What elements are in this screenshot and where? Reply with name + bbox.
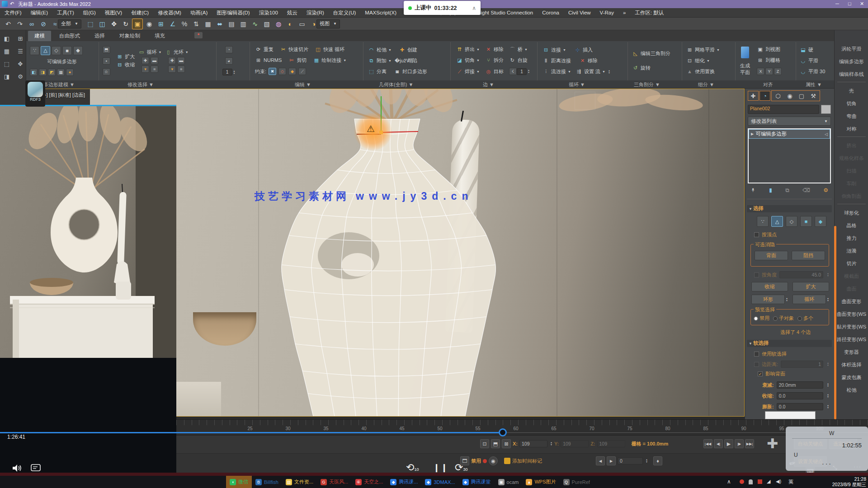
mirror-icon[interactable]: ⬌	[214, 19, 225, 29]
eye-icon[interactable]: ◉	[489, 456, 498, 465]
angle-snap-icon[interactable]: ∠	[167, 19, 178, 29]
pause-icon[interactable]: ❙❙	[433, 463, 448, 473]
by-vertex-checkbox[interactable]	[754, 232, 759, 237]
soft-selection-rollout-header[interactable]: ▼软选择	[747, 340, 832, 347]
configure-icon[interactable]: ⚙	[823, 187, 828, 193]
edge-mode-icon[interactable]: △	[41, 46, 50, 55]
frame-field[interactable]: 0	[618, 457, 643, 465]
loop-shrink-icon[interactable]: ▬	[151, 57, 158, 64]
preview-multi-radio[interactable]: 多个	[797, 315, 813, 322]
ribbon-tab[interactable]: 自由形式	[53, 31, 86, 41]
stack-row-editable-poly[interactable]: ▶可编辑多边形 ◁	[749, 130, 830, 138]
align-y-button[interactable]: Y	[765, 68, 773, 75]
menu-item[interactable]: 工作区: 默认	[630, 9, 668, 17]
unlink-icon[interactable]: ⊘	[38, 19, 49, 29]
sel-store-icon[interactable]: ◕	[225, 57, 233, 65]
selection-lock-icon[interactable]: ⬒	[491, 439, 500, 448]
reference-coordinate-dropdown[interactable]: 视图▼	[316, 19, 340, 28]
poly-tool-icon[interactable]: ●	[66, 69, 74, 76]
menu-item[interactable]: 视图(V)	[100, 9, 127, 17]
modifier-list-dropdown[interactable]: 修改器列表▼	[748, 117, 831, 126]
caption-edges[interactable]: 边 ▼	[483, 81, 494, 88]
constraint-edge-icon[interactable]: ◇	[278, 68, 286, 75]
pin-stack-icon[interactable]: ⬒	[103, 46, 110, 53]
taskbar-explorer[interactable]: ▤ 文件资...	[282, 476, 317, 488]
object-color-swatch[interactable]	[821, 105, 831, 114]
menu-item[interactable]: »	[618, 9, 630, 16]
loop-button[interactable]: 循环	[793, 295, 826, 304]
edge-subobject-icon[interactable]: △	[771, 216, 783, 227]
show-end-result-icon[interactable]: ▮	[769, 187, 772, 193]
tray-mic-icon[interactable]	[749, 479, 753, 484]
element-subobject-icon[interactable]: ◆	[815, 216, 826, 227]
pan-icon[interactable]: ✥	[15, 58, 26, 69]
class-timer-pill[interactable]: 上课中 01:33:22 ∧	[404, 1, 481, 15]
modifier-strip-item[interactable]: 壳	[835, 85, 868, 97]
plane-icon[interactable]	[741, 47, 749, 58]
scene-explorer-icon[interactable]: ◧	[1, 33, 12, 44]
preview-subobj-radio[interactable]: 子对象	[773, 315, 794, 322]
go-to-end-icon[interactable]: ▶▶|	[745, 439, 754, 448]
poly-tool-icon[interactable]: ◧	[30, 69, 38, 76]
player-progress-knob[interactable]	[499, 428, 507, 436]
caption-geometry[interactable]: 几何体(全部) ▼	[379, 81, 413, 88]
ring-button[interactable]: 环形	[751, 295, 785, 304]
menu-item[interactable]: 渲染(R)	[302, 9, 329, 17]
select-move-icon[interactable]: ✥	[108, 19, 119, 29]
taskbar-tencent1[interactable]: ◆ 腾讯课...	[387, 476, 421, 488]
maximize-button[interactable]: □	[848, 1, 851, 6]
ring-grow-icon[interactable]: ✚	[168, 57, 176, 64]
menu-item[interactable]: 动画(A)	[186, 9, 212, 17]
settings-icon[interactable]: ⚙	[15, 71, 26, 82]
loop-list-icon[interactable]: ≡	[151, 66, 158, 73]
modifier-strip-item[interactable]: 车削	[835, 178, 868, 189]
viewcube[interactable]	[575, 92, 595, 110]
vertex-mode-icon[interactable]: ∵	[30, 46, 39, 55]
taskbar-app2[interactable]: ⑥ 天空之...	[352, 476, 387, 488]
modifier-strip-item[interactable]: 弯曲	[835, 110, 868, 122]
modifier-strip-item[interactable]: 规格化样条	[835, 152, 868, 164]
grow-button[interactable]: 扩大	[793, 282, 829, 291]
modifier-strip-item[interactable]: 切角	[835, 98, 868, 109]
menu-item[interactable]: MAXScript(X)	[360, 9, 401, 16]
viewport-label[interactable]: [+] [前] [标准] [边面]	[42, 92, 85, 99]
make-unique-icon[interactable]: ⧉	[785, 187, 789, 193]
menu-item[interactable]: 组(G)	[79, 9, 100, 17]
ring-list-icon[interactable]: ≡	[177, 66, 185, 73]
strip-scrollbar[interactable]	[834, 226, 836, 419]
remove-modifier-icon[interactable]: ⌫	[802, 187, 810, 193]
occlude-button[interactable]: 阻挡	[792, 251, 825, 260]
speaker-icon[interactable]: ◀)	[776, 479, 781, 484]
go-to-start-icon[interactable]: |◀◀	[703, 439, 712, 448]
back-arrow-icon[interactable]: ↶	[10, 1, 14, 7]
poly-tool-icon[interactable]: ◨	[39, 69, 47, 76]
weld-cursor-icon[interactable]: ☇	[509, 68, 517, 75]
snap-toggle-icon[interactable]: ⊞	[156, 19, 166, 29]
clock[interactable]: 21:28 2023/8/9 星期三	[809, 476, 866, 487]
layer-manager-icon[interactable]: ▥	[238, 19, 249, 29]
ring-mode-icon[interactable]: ▾	[168, 66, 176, 73]
taskbar-ocam[interactable]: ▣ ocam	[495, 476, 523, 488]
modifier-strip-item[interactable]: 球形化	[835, 207, 868, 219]
modifier-strip-item[interactable]: 涡轮平滑	[835, 43, 868, 55]
modifier-strip-item[interactable]: 松弛	[835, 384, 868, 396]
element-mode-icon[interactable]: ◆	[73, 46, 83, 55]
widget-dots[interactable]: ···	[822, 460, 832, 467]
modifier-strip-item[interactable]: 横截面	[835, 270, 868, 282]
overlay-widget[interactable]: W 1:02:55 U ···	[786, 427, 868, 471]
ribbon-tab[interactable]: 选择	[88, 31, 111, 41]
taskbar-pureref[interactable]: Q PureRef	[560, 476, 594, 488]
schematic-view-icon[interactable]: ▧	[261, 19, 272, 29]
edge-spinner-field[interactable]: 1	[517, 68, 527, 75]
caption-props[interactable]: 属性 ▼	[806, 81, 822, 88]
material-editor-icon[interactable]: ◍	[273, 19, 284, 29]
ring-shrink-icon[interactable]: ▬	[177, 57, 185, 64]
modifier-strip-item[interactable]: 涟漪	[835, 245, 868, 257]
modifier-strip-item[interactable]: 挤出	[835, 140, 868, 151]
lock-icon[interactable]: ▪	[103, 57, 110, 65]
z-field[interactable]: 109	[597, 440, 625, 447]
redo-icon[interactable]: ↷	[14, 19, 25, 29]
loop-grow-icon[interactable]: ✚	[142, 57, 149, 64]
align-z-button[interactable]: Z	[774, 68, 782, 75]
taskbar-app1[interactable]: G 天医风...	[317, 476, 352, 488]
